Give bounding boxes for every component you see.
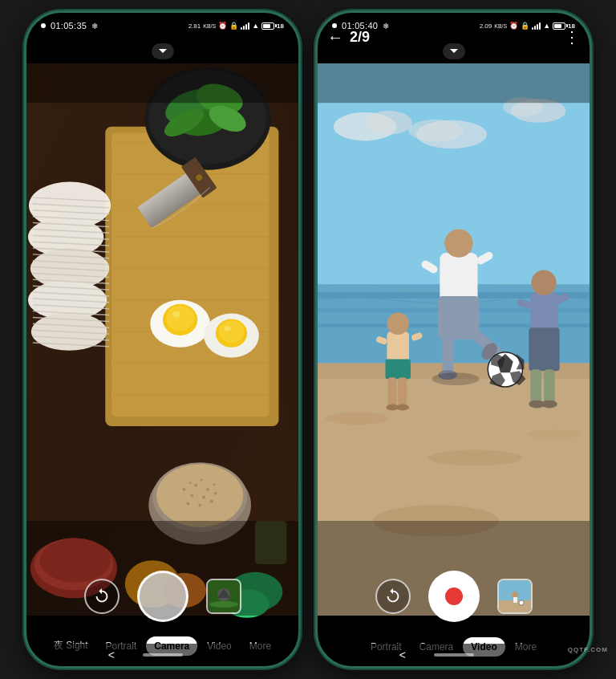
svg-rect-108 [386,360,411,380]
svg-point-59 [219,320,244,343]
svg-rect-138 [544,369,555,405]
camera-controls-2 [318,571,590,622]
food-image [26,13,298,666]
nav-back-2[interactable]: < [399,649,406,661]
svg-point-64 [183,488,186,491]
svg-point-134 [531,270,556,295]
bluetooth-icon: ❄ [91,22,98,30]
svg-rect-121 [442,335,453,375]
svg-point-67 [190,494,193,498]
thumbnail-preview-2 [499,580,531,612]
svg-point-72 [210,499,213,502]
controls-row-2 [318,571,590,622]
svg-point-118 [444,229,472,257]
rotate-camera-button-2[interactable] [375,579,411,614]
camera-view-2: ← 2/9 ⋮ [318,13,590,666]
phone-1: 01:05:35 ❄ 2.81 KB/S ⏰ 🔒 ▲ 18 [24,10,301,669]
wifi-icon: ▲ [252,22,259,30]
svg-point-63 [156,464,243,527]
shutter-button-1[interactable] [137,571,188,622]
svg-point-96 [408,120,464,142]
svg-point-69 [214,492,217,495]
svg-point-55 [166,306,194,331]
svg-point-65 [194,484,197,487]
thumbnail-button-1[interactable] [206,579,241,614]
svg-point-109 [387,313,409,335]
svg-rect-133 [529,327,559,371]
svg-point-73 [189,482,192,484]
svg-rect-113 [398,377,407,407]
svg-point-105 [526,429,582,439]
battery-icon-1 [261,22,274,30]
nav-back-1[interactable]: < [108,649,115,661]
nav-bar-1: < [26,644,298,666]
svg-point-87 [209,601,238,608]
svg-point-115 [396,405,409,411]
svg-rect-142 [318,63,590,103]
more-dots-button[interactable]: ⋮ [564,27,580,47]
noodles [28,181,111,350]
svg-point-70 [186,502,189,505]
svg-point-146 [512,592,518,598]
clock-icon: ⏰ [218,22,227,30]
thumbnail-preview-1 [208,580,240,612]
camera-view-1: 夜 Sight Portrait Camera Video More [26,13,298,666]
signal-bars-1 [241,22,249,30]
svg-rect-112 [387,377,396,407]
back-button-2[interactable]: ← [327,28,343,47]
svg-point-104 [428,450,523,466]
thumbnail-button-2[interactable] [497,579,533,614]
svg-point-56 [172,311,180,318]
watermark: QQTF.COM [568,646,608,653]
collapse-button-1[interactable] [152,43,174,59]
record-dot [445,588,463,605]
soccer-image [318,13,590,666]
camera-controls-1 [26,571,298,622]
svg-point-66 [206,488,209,491]
svg-point-74 [201,478,203,481]
rotate-camera-button-1[interactable] [84,579,120,614]
svg-point-71 [198,503,201,506]
lock-icon: 🔒 [229,22,238,30]
battery-level-1: 18 [277,22,284,30]
nav-indicator-2 [434,653,474,657]
status-bar-1: 01:05:35 ❄ 2.81 KB/S ⏰ 🔒 ▲ 18 [26,13,298,37]
svg-point-141 [432,372,479,385]
controls-row-1 [26,571,298,622]
status-time-1: 01:05:35 [51,21,87,30]
record-button[interactable] [428,571,480,622]
nav-indicator-1 [143,653,183,657]
svg-point-92 [365,111,412,134]
phone-2: 01:05:40 ❄ 2.09 KB/S ⏰ 🔒 ▲ 18 [315,10,592,669]
svg-point-103 [326,412,389,425]
status-dot-1 [41,23,46,28]
svg-rect-147 [513,597,517,603]
collapse-button-2[interactable] [443,43,465,59]
svg-point-140 [541,400,557,409]
svg-rect-84 [26,63,298,103]
svg-point-68 [202,496,205,499]
svg-point-60 [225,326,231,331]
status-icons-1: 2.81 KB/S ⏰ 🔒 ▲ 18 [188,22,284,30]
svg-rect-137 [530,369,541,405]
svg-point-75 [213,483,215,486]
nav-bar-2: < [318,644,590,666]
